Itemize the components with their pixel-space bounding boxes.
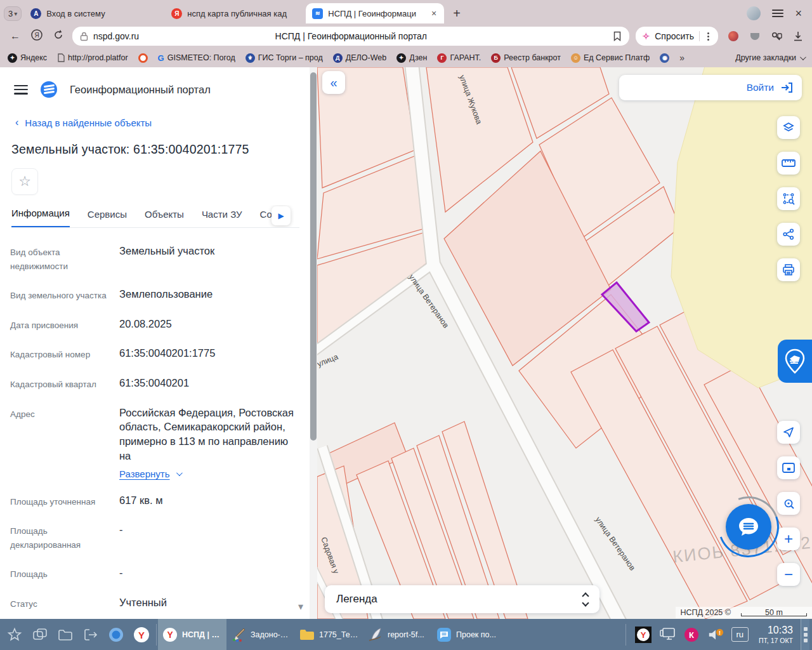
- browser-tab-active[interactable]: ≋ НСПД | Геоинформаци ×: [306, 3, 444, 23]
- ask-ai-button[interactable]: ✧ Спросить: [636, 27, 718, 46]
- back-to-results-link[interactable]: ‹ Назад в найденные объекты: [15, 117, 299, 128]
- tray-kaspersky-icon[interactable]: К: [683, 627, 700, 643]
- legend-bar[interactable]: Легенда: [325, 585, 599, 613]
- app-favicon-icon: А: [30, 8, 41, 19]
- url-text: nspd.gov.ru: [93, 31, 139, 41]
- collapse-panel-button[interactable]: «: [322, 71, 345, 94]
- yandex-browser-icon[interactable]: Y: [133, 627, 150, 643]
- show-desktop-strip[interactable]: [801, 619, 809, 650]
- tabs-scroll-right-button[interactable]: ▶: [272, 206, 291, 225]
- expand-address-link[interactable]: Развернуть: [119, 468, 299, 479]
- task-folder[interactable]: 1775_Тере...: [295, 619, 363, 650]
- portal-menu-icon[interactable]: [14, 85, 28, 95]
- profile-avatar[interactable]: [747, 6, 761, 20]
- favorites-star-icon[interactable]: [6, 627, 23, 643]
- yandex-services-icon[interactable]: Я: [29, 29, 44, 44]
- tray-volume-icon[interactable]: !: [707, 627, 724, 643]
- panel-scrollbar[interactable]: [310, 67, 317, 619]
- bookmark-gismeteo[interactable]: GGISMETEO: Погод: [158, 53, 235, 63]
- location-search-icon: [783, 498, 795, 510]
- window-switcher-icon[interactable]: [32, 627, 48, 643]
- area-search-button[interactable]: [777, 187, 800, 210]
- bookmark-flag-icon[interactable]: [613, 31, 622, 41]
- bookmark-yandex[interactable]: ✦Яндекс: [8, 53, 47, 63]
- printer-icon: [782, 264, 795, 276]
- tab-title: Вход в систему: [46, 9, 156, 18]
- arrow-right-icon: ▶: [278, 211, 284, 220]
- my-location-button[interactable]: [777, 421, 800, 444]
- favorite-star-button[interactable]: ☆: [11, 168, 38, 195]
- portal-title: Геоинформационный портал: [70, 84, 211, 96]
- language-indicator[interactable]: ru: [731, 627, 749, 642]
- measure-button[interactable]: [777, 152, 800, 175]
- logout-icon[interactable]: [82, 627, 99, 643]
- scale-bar: 50 m: [736, 607, 812, 618]
- tab-title: НСПД | Геоинформаци: [328, 9, 425, 18]
- scroll-more-icon[interactable]: ▾: [298, 600, 303, 613]
- bookmark-prod-platform[interactable]: http://prod.platfor: [57, 53, 128, 62]
- legend-expand-icon[interactable]: [583, 594, 588, 606]
- downloads-icon[interactable]: [792, 30, 804, 43]
- new-tab-button[interactable]: +: [447, 6, 467, 21]
- back-button[interactable]: ←: [8, 30, 23, 42]
- tray-yandex-icon[interactable]: Y: [635, 627, 652, 643]
- browser-tab-1[interactable]: А Вход в систему: [24, 3, 162, 23]
- refresh-icon[interactable]: [51, 29, 66, 43]
- layers-button[interactable]: [777, 116, 800, 139]
- legend-label: Легенда: [336, 593, 377, 606]
- zoom-in-button[interactable]: +: [777, 527, 800, 550]
- extension-keys-icon[interactable]: [770, 30, 783, 43]
- chevron-down-icon: [176, 470, 182, 476]
- file-manager-icon[interactable]: [57, 627, 74, 643]
- login-bar[interactable]: Войти: [619, 75, 802, 100]
- nspd-widget-tab[interactable]: [778, 340, 812, 383]
- clock[interactable]: 10:33 ПТ, 17 ОКТ: [756, 624, 793, 645]
- tab-objects[interactable]: Объекты: [145, 209, 184, 227]
- scrollbar-thumb[interactable]: [310, 72, 317, 441]
- bookmarks-overflow-icon[interactable]: »: [679, 53, 684, 63]
- svg-text:Y: Y: [640, 630, 646, 640]
- bookmark-gis-torgi[interactable]: ⚜ГИС Торги – прод: [246, 53, 323, 63]
- bookmark-bankrot[interactable]: БРеестр банкрот: [491, 53, 561, 63]
- tab-bar: 3 ▾ А Вход в систему Я нспд карта публич…: [0, 0, 812, 24]
- tab-parts[interactable]: Части ЗУ: [202, 209, 242, 227]
- task-nspd-browser[interactable]: Y НСПД | Ге...: [158, 619, 226, 650]
- other-bookmarks-button[interactable]: Другие закладки: [735, 53, 804, 62]
- minimap-button[interactable]: [777, 456, 800, 479]
- extension-badge-icon[interactable]: [727, 30, 740, 43]
- zoom-out-button[interactable]: −: [777, 563, 800, 586]
- extension-shield-icon[interactable]: [749, 30, 761, 43]
- bookmark-garant[interactable]: ГГАРАНТ.: [437, 53, 481, 63]
- nspd-logo-icon: [41, 81, 57, 98]
- field-row: Кадастровый квартал61:35:0040201: [10, 369, 299, 399]
- close-tab-icon[interactable]: ×: [430, 8, 438, 18]
- search-on-map-button[interactable]: [777, 492, 800, 515]
- address-bar[interactable]: nspd.gov.ru НСПД | Геоинформационный пор…: [72, 27, 629, 46]
- share-button[interactable]: [777, 223, 800, 246]
- chat-widget-button[interactable]: [726, 504, 771, 550]
- minimap-icon: [782, 463, 795, 473]
- taskbar: Y Y НСПД | Ге... Задоно-К... 1775_Тере..…: [0, 619, 812, 650]
- browser-tab-2[interactable]: Я нспд карта публичная кад: [165, 3, 303, 23]
- tray-display-icon[interactable]: [659, 627, 676, 643]
- task-paint-app[interactable]: Задоно-К...: [226, 619, 295, 650]
- tab-information[interactable]: Информация: [11, 208, 70, 228]
- bookmark-orange-ring-icon[interactable]: [138, 53, 148, 63]
- bookmark-ed-servis[interactable]: ☺Ед Сервис Платф: [571, 53, 650, 63]
- task-messenger[interactable]: Проек по...: [432, 619, 501, 650]
- task-report-doc[interactable]: report-5f...: [363, 619, 432, 650]
- browser-menu-icon[interactable]: [772, 10, 783, 17]
- tab-counter-button[interactable]: 3 ▾: [4, 6, 22, 21]
- tab-services[interactable]: Сервисы: [88, 209, 127, 227]
- bookmark-delo-web[interactable]: ДДЕЛО-Web: [333, 53, 386, 63]
- svg-text:Y: Y: [138, 629, 145, 640]
- bookmark-emblem-icon[interactable]: ◉: [660, 53, 669, 63]
- more-options-icon[interactable]: [705, 32, 712, 41]
- attribution-text: НСПД 2025 ©: [676, 607, 736, 618]
- minus-icon: −: [784, 566, 793, 583]
- cadastral-map[interactable]: улица Жукова улица Ветеранов улица Ветер…: [317, 67, 812, 619]
- bookmark-dzen[interactable]: ✦Дзен: [396, 53, 427, 63]
- close-window-icon[interactable]: ×: [795, 7, 802, 20]
- print-button[interactable]: [777, 258, 800, 281]
- chromium-icon[interactable]: [108, 627, 124, 643]
